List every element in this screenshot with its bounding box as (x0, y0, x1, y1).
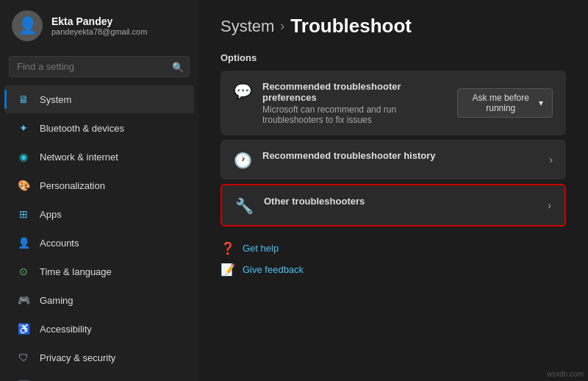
option-text: Other troubleshooters (264, 196, 365, 207)
option-text: Recommended troubleshooter history (262, 150, 435, 161)
apps-icon: ⊞ (16, 207, 31, 221)
user-info: Ekta Pandey pandeyekta78@gmail.com (51, 15, 147, 36)
privacy-icon: 🛡 (16, 350, 31, 365)
sidebar-item-label: Apps (40, 209, 62, 220)
sidebar-item-label: Personalization (40, 180, 105, 191)
breadcrumb-current: Troubleshoot (290, 15, 412, 38)
get-help-icon: ❓ (220, 241, 235, 255)
section-label: Options (220, 52, 566, 63)
accessibility-icon: ♿ (16, 321, 31, 336)
option-title: Other troubleshooters (264, 196, 365, 207)
breadcrumb: System › Troubleshoot (220, 15, 566, 38)
personalization-icon: 🎨 (16, 178, 31, 193)
user-icon: 👤 (18, 16, 37, 35)
option-left: 💬 Recommended troubleshooter preferences… (234, 81, 457, 125)
watermark: wsxdn.com (547, 370, 584, 378)
dropdown-label: Ask me before running (467, 93, 534, 113)
sidebar-item-network[interactable]: ◉ Network & internet (4, 143, 194, 171)
give-feedback-label: Give feedback (243, 264, 304, 275)
user-email: pandeyekta78@gmail.com (51, 27, 147, 36)
sidebar-item-privacy[interactable]: 🛡 Privacy & security (4, 343, 194, 371)
breadcrumb-separator: › (280, 18, 284, 34)
sidebar-item-label: Bluetooth & devices (40, 123, 124, 134)
sidebar-item-label: System (40, 94, 71, 105)
option-text: Recommended troubleshooter preferences M… (262, 81, 457, 125)
option-recommended-prefs[interactable]: 💬 Recommended troubleshooter preferences… (220, 71, 566, 135)
network-icon: ◉ (16, 149, 31, 164)
option-right: › (549, 154, 553, 165)
sidebar-item-label: Privacy & security (40, 352, 115, 363)
ask-before-running-dropdown[interactable]: Ask me before running ▾ (457, 88, 553, 118)
user-name: Ekta Pandey (51, 15, 147, 27)
option-left: 🕐 Recommended troubleshooter history (234, 150, 435, 169)
options-list: 💬 Recommended troubleshooter preferences… (220, 71, 566, 227)
time-icon: ⊙ (16, 264, 31, 279)
get-help-label: Get help (243, 243, 279, 254)
option-left: 🔧 Other troubleshooters (235, 196, 365, 215)
sidebar-item-apps[interactable]: ⊞ Apps (4, 200, 194, 228)
sidebar-item-system[interactable]: 🖥 System (4, 85, 194, 113)
history-icon: 🕐 (234, 152, 252, 169)
links-section: ❓ Get help 📝 Give feedback (220, 241, 566, 277)
sidebar-item-label: Time & language (40, 266, 112, 277)
sidebar-item-gaming[interactable]: 🎮 Gaming (4, 286, 194, 314)
sidebar-item-windows-update[interactable]: 🔄 Windows Update (4, 372, 194, 381)
chevron-right-icon: › (549, 154, 553, 165)
sidebar-item-accessibility[interactable]: ♿ Accessibility (4, 315, 194, 343)
option-subtitle: Microsoft can recommend and run troubles… (262, 104, 457, 125)
search-icon: 🔍 (172, 61, 184, 72)
sidebar-item-personalization[interactable]: 🎨 Personalization (4, 171, 194, 199)
accounts-icon: 👤 (16, 235, 31, 250)
sidebar-item-label: Network & internet (40, 152, 118, 163)
user-profile[interactable]: 👤 Ekta Pandey pandeyekta78@gmail.com (0, 0, 198, 51)
chevron-right-icon: › (548, 199, 551, 211)
breadcrumb-parent[interactable]: System (220, 17, 274, 36)
search-box[interactable]: 🔍 (9, 56, 190, 77)
sidebar-item-label: Gaming (40, 295, 74, 306)
wrench-icon: 🔧 (235, 197, 254, 215)
option-right: › (548, 199, 551, 211)
option-right: Ask me before running ▾ (457, 88, 553, 118)
option-recommended-history[interactable]: 🕐 Recommended troubleshooter history › (220, 140, 566, 179)
sidebar-item-accounts[interactable]: 👤 Accounts (4, 229, 194, 257)
nav-items: 🖥 System ✦ Bluetooth & devices ◉ Network… (0, 85, 198, 381)
give-feedback-link[interactable]: 📝 Give feedback (220, 263, 566, 277)
gaming-icon: 🎮 (16, 293, 31, 307)
main-content: System › Troubleshoot Options 💬 Recommen… (198, 0, 588, 381)
sidebar-item-label: Accounts (40, 238, 79, 249)
sidebar-item-time[interactable]: ⊙ Time & language (4, 257, 194, 285)
chat-icon: 💬 (234, 82, 252, 100)
get-help-link[interactable]: ❓ Get help (220, 241, 566, 255)
option-title: Recommended troubleshooter preferences (262, 81, 457, 103)
system-icon: 🖥 (16, 92, 31, 107)
bluetooth-icon: ✦ (16, 121, 31, 135)
option-title: Recommended troubleshooter history (262, 150, 435, 161)
give-feedback-icon: 📝 (220, 263, 235, 277)
sidebar-item-label: Accessibility (40, 324, 92, 335)
sidebar-item-bluetooth[interactable]: ✦ Bluetooth & devices (4, 114, 194, 142)
dropdown-chevron-icon: ▾ (539, 98, 543, 108)
option-other-troubleshooters[interactable]: 🔧 Other troubleshooters › (220, 184, 566, 227)
avatar: 👤 (12, 10, 43, 41)
sidebar: 👤 Ekta Pandey pandeyekta78@gmail.com 🔍 🖥… (0, 0, 198, 381)
search-input[interactable] (9, 56, 190, 77)
